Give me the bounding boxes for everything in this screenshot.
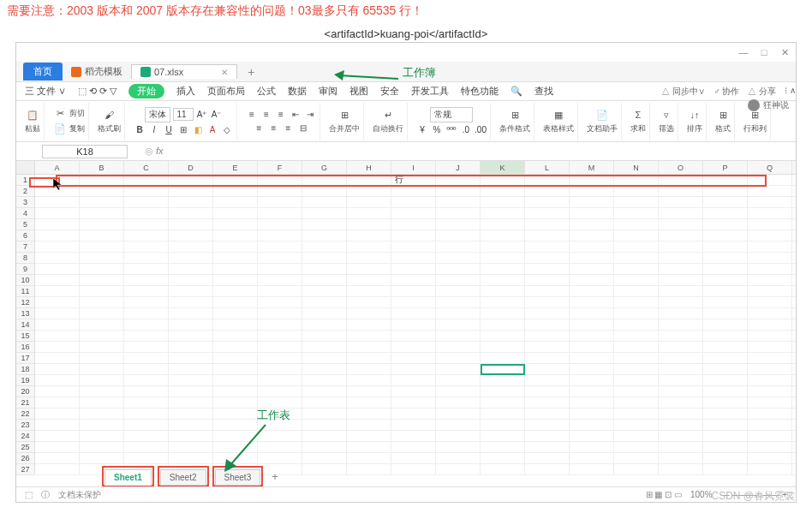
col-header-H[interactable]: H bbox=[347, 161, 391, 174]
zoom-level[interactable]: 100% bbox=[690, 490, 713, 499]
menu-data[interactable]: 数据 bbox=[288, 85, 307, 98]
paste-icon[interactable]: 📋 bbox=[26, 108, 39, 122]
name-box[interactable] bbox=[42, 145, 128, 158]
col-header-L[interactable]: L bbox=[525, 161, 570, 174]
fill-color-button[interactable]: ◧ bbox=[192, 124, 204, 136]
tab-template[interactable]: 稻壳模板 bbox=[63, 65, 131, 78]
menu-layout[interactable]: 页面布局 bbox=[207, 85, 245, 98]
row-header[interactable]: 6 bbox=[16, 230, 34, 242]
col-header-Q[interactable]: Q bbox=[748, 161, 792, 174]
sheet-tab-2[interactable]: Sheet2 bbox=[160, 469, 206, 486]
font-color-button[interactable]: A bbox=[206, 124, 218, 136]
align-center-icon[interactable]: ≡ bbox=[268, 122, 280, 134]
menu-formula[interactable]: 公式 bbox=[257, 85, 276, 98]
row-header[interactable]: 15 bbox=[16, 331, 34, 342]
col-header-M[interactable]: M bbox=[570, 161, 614, 174]
col-header-J[interactable]: J bbox=[436, 161, 481, 174]
col-header-A[interactable]: A bbox=[35, 161, 80, 174]
sheet-tab-1[interactable]: Sheet1 bbox=[104, 469, 152, 486]
align-left-icon[interactable]: ≡ bbox=[254, 122, 266, 134]
align-right-icon[interactable]: ≡ bbox=[283, 122, 295, 134]
menu-review[interactable]: 审阅 bbox=[319, 85, 337, 98]
row-header[interactable]: 5 bbox=[16, 219, 34, 230]
number-format-select[interactable]: 常规 bbox=[430, 107, 473, 122]
menu-security[interactable]: 安全 bbox=[380, 85, 399, 98]
row-header[interactable]: 3 bbox=[16, 197, 34, 208]
underline-button[interactable]: U bbox=[163, 124, 175, 136]
col-header-C[interactable]: C bbox=[124, 161, 169, 174]
tab-workbook[interactable]: 07.xlsx ✕ bbox=[131, 64, 237, 79]
row-header[interactable]: 22 bbox=[16, 409, 34, 420]
col-header-G[interactable]: G bbox=[302, 161, 347, 174]
menu-start[interactable]: 开始 bbox=[128, 84, 164, 98]
col-header-K[interactable]: K bbox=[481, 161, 525, 174]
row-header[interactable]: 14 bbox=[16, 319, 34, 331]
row-header[interactable]: 9 bbox=[16, 264, 34, 275]
currency-icon[interactable]: ¥ bbox=[416, 124, 428, 136]
format-icon[interactable]: ⊞ bbox=[716, 108, 730, 122]
row-header[interactable]: 4 bbox=[16, 208, 34, 219]
menu-special[interactable]: 特色功能 bbox=[461, 85, 499, 98]
row-header[interactable]: 23 bbox=[16, 420, 34, 431]
col-header-O[interactable]: O bbox=[659, 161, 703, 174]
menu-insert[interactable]: 插入 bbox=[176, 85, 195, 98]
row-header[interactable]: 7 bbox=[16, 242, 34, 253]
merge-center-icon[interactable]: ⊞ bbox=[337, 108, 351, 122]
share-button[interactable]: △ 分享 bbox=[748, 86, 776, 98]
row-header[interactable]: 17 bbox=[16, 353, 34, 364]
border-button[interactable]: ⊞ bbox=[177, 124, 189, 136]
add-sheet-button[interactable]: + bbox=[272, 470, 278, 483]
col-header-P[interactable]: P bbox=[703, 161, 748, 174]
cond-format-icon[interactable]: ⊞ bbox=[508, 108, 522, 122]
user-badge[interactable]: 狂神说 bbox=[748, 99, 789, 111]
sync-status[interactable]: △ 同步中∨ bbox=[661, 86, 705, 98]
sum-icon[interactable]: Σ bbox=[631, 108, 645, 122]
row-header[interactable]: 13 bbox=[16, 308, 34, 319]
dec-dec-icon[interactable]: .00 bbox=[475, 124, 487, 136]
font-size-select[interactable]: 11 bbox=[173, 108, 194, 121]
dec-inc-icon[interactable]: .0 bbox=[460, 124, 472, 136]
menu-search[interactable]: 查找 bbox=[534, 85, 553, 98]
wrap-text-icon[interactable]: ↵ bbox=[381, 108, 395, 122]
col-header-E[interactable]: E bbox=[213, 161, 258, 174]
row-header[interactable]: 16 bbox=[16, 342, 34, 353]
percent-icon[interactable]: % bbox=[431, 124, 443, 136]
window-maximize-icon[interactable]: □ bbox=[758, 47, 770, 57]
copy-icon[interactable]: 📄 bbox=[53, 122, 67, 136]
row-header[interactable]: 26 bbox=[16, 453, 34, 464]
indent-inc-icon[interactable]: ⇥ bbox=[304, 109, 316, 121]
table-style-icon[interactable]: ▦ bbox=[552, 108, 565, 122]
sheet-tab-3[interactable]: Sheet3 bbox=[215, 469, 261, 486]
cut-icon[interactable]: ✂ bbox=[53, 107, 67, 121]
row-header[interactable]: 19 bbox=[16, 375, 34, 386]
bold-button[interactable]: B bbox=[134, 124, 146, 136]
row-header[interactable]: 11 bbox=[16, 286, 34, 297]
row-header[interactable]: 20 bbox=[16, 386, 34, 397]
font-name-select[interactable]: 宋体 bbox=[145, 107, 170, 122]
row-header[interactable]: 18 bbox=[16, 364, 34, 375]
format-painter-icon[interactable]: 🖌 bbox=[103, 108, 116, 122]
cells-area[interactable]: 行 bbox=[35, 175, 796, 474]
indent-dec-icon[interactable]: ⇤ bbox=[290, 109, 302, 121]
select-all-corner[interactable] bbox=[16, 161, 35, 174]
row-header[interactable]: 10 bbox=[16, 275, 34, 286]
col-header-I[interactable]: I bbox=[391, 161, 436, 174]
font-shrink-icon[interactable]: A⁻ bbox=[211, 109, 223, 121]
italic-button[interactable]: I bbox=[148, 124, 160, 136]
tab-home[interactable]: 首页 bbox=[23, 63, 63, 81]
menu-file[interactable]: 三 文件 ∨ bbox=[25, 85, 66, 98]
new-tab-button[interactable]: + bbox=[248, 65, 254, 79]
col-header-F[interactable]: F bbox=[258, 161, 302, 174]
font-grow-icon[interactable]: A⁺ bbox=[196, 109, 208, 121]
filter-icon[interactable]: ▿ bbox=[660, 108, 673, 122]
align-bot-icon[interactable]: ≡ bbox=[275, 109, 287, 121]
row-header[interactable]: 8 bbox=[16, 253, 34, 264]
col-header-N[interactable]: N bbox=[614, 161, 659, 174]
comma-icon[interactable]: ººº bbox=[445, 124, 457, 136]
highlight-button[interactable]: ◇ bbox=[221, 124, 233, 136]
menu-dev[interactable]: 开发工具 bbox=[411, 85, 449, 98]
doc-assist-icon[interactable]: 📄 bbox=[595, 108, 609, 122]
fx-label[interactable]: fx bbox=[145, 146, 164, 157]
window-close-icon[interactable]: ✕ bbox=[779, 47, 791, 58]
align-top-icon[interactable]: ≡ bbox=[246, 109, 258, 121]
